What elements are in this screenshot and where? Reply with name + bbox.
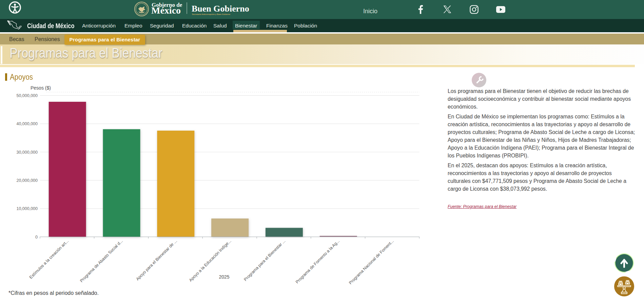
- svg-text:Programa de Fomento a la Ag...: Programa de Fomento a la Ag...: [295, 239, 340, 284]
- svg-text:50,000,000: 50,000,000: [16, 93, 38, 98]
- svg-text:Programa Nacional de Foment...: Programa Nacional de Foment...: [348, 239, 395, 285]
- svg-text:20,000,000: 20,000,000: [16, 178, 38, 183]
- svg-text:0: 0: [35, 235, 38, 240]
- svg-text:Estímulos a la creación art...: Estímulos a la creación art...: [28, 239, 70, 280]
- svg-text:30,000,000: 30,000,000: [16, 150, 38, 155]
- svg-text:Programa para el Bienestar ...: Programa para el Bienestar ...: [243, 239, 287, 282]
- svg-text:2025: 2025: [219, 274, 229, 280]
- svg-text:10,000,000: 10,000,000: [16, 206, 38, 211]
- svg-text:Pesos ($): Pesos ($): [31, 85, 51, 91]
- svg-text:Apoyo para el Bienestar de ...: Apoyo para el Bienestar de ...: [135, 239, 178, 281]
- svg-text:40,000,000: 40,000,000: [16, 121, 38, 126]
- svg-text:Programa de Abasto Social d...: Programa de Abasto Social d...: [79, 239, 124, 283]
